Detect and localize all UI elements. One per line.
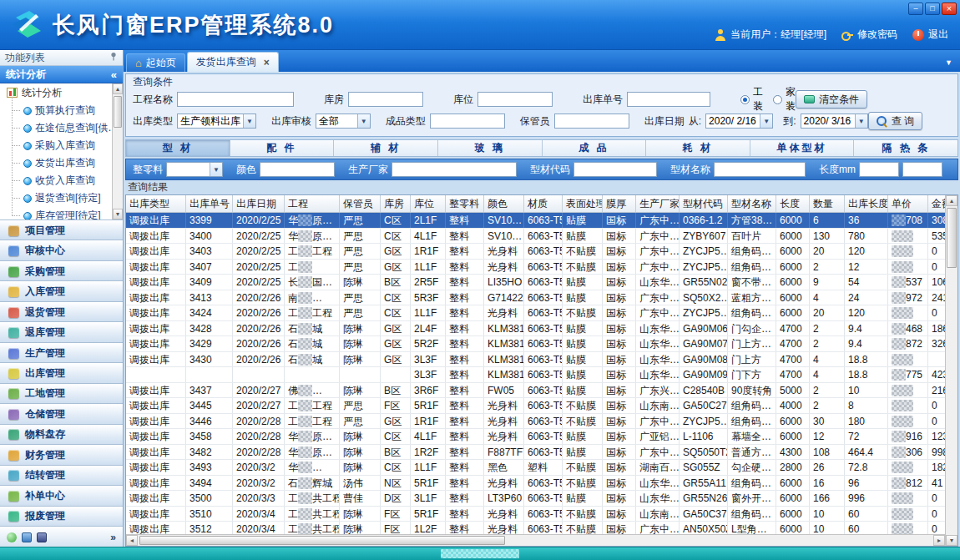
table-row[interactable]: 调拨出库34132020/2/26南▒▒…严思C区5R3F整料G71422606…	[126, 290, 945, 306]
length-to-input[interactable]	[902, 162, 942, 177]
column-header[interactable]: 单价	[888, 195, 928, 212]
tree-item[interactable]: 发货出库查询	[0, 154, 123, 172]
sidebar-item-13[interactable]: 结转管理	[0, 466, 123, 486]
table-row[interactable]: 调拨出库35002020/3/3工▒▒共工程曹佳D区3L1F整料LT3P6060…	[126, 491, 945, 507]
sidebar-item-5[interactable]: 退货管理	[0, 302, 123, 322]
color-input[interactable]	[260, 162, 335, 177]
tree-item[interactable]: 在途信息查询[供…	[0, 119, 123, 137]
material-tab-6[interactable]: 耗 材	[646, 140, 750, 156]
column-header[interactable]: 材质	[524, 195, 563, 212]
material-tab-8[interactable]: 隔 热 条	[854, 140, 957, 156]
length-from-input[interactable]	[859, 162, 899, 177]
radio-work-clothes[interactable]: 工装	[740, 85, 763, 114]
column-header[interactable]: 工程	[285, 195, 340, 212]
table-row[interactable]: 调拨出库34032020/2/25工▒▒工程严思G区1R1F整料光身料6063-…	[126, 244, 945, 260]
table-row[interactable]: 调拨出库34092020/2/25长▒▒国…陈琳B区2R5F整料LI35HO60…	[126, 275, 945, 290]
scroll-up-icon[interactable]: ▴	[113, 83, 123, 94]
table-row[interactable]: 调拨出库34242020/2/26工▒▒工程严思C区1L1F整料光身料6063-…	[126, 305, 945, 321]
column-header[interactable]: 颜色	[484, 195, 524, 212]
column-header[interactable]: 保管员	[340, 195, 381, 212]
material-tab-2[interactable]: 配 件	[230, 140, 335, 156]
column-header[interactable]: 生产厂家	[636, 195, 680, 212]
tab-close-icon[interactable]: ×	[264, 57, 270, 68]
warehouse-input[interactable]	[348, 92, 423, 107]
sidebar-item-14[interactable]: 补单中心	[0, 486, 123, 506]
tree-item[interactable]: 预算执行查询	[0, 102, 123, 119]
horizontal-scrollbar[interactable]: ◂ ▸	[126, 534, 945, 546]
material-tab-3[interactable]: 辅 材	[334, 140, 438, 156]
save-icon[interactable]	[37, 532, 47, 542]
column-header[interactable]: 出库长度	[845, 195, 888, 212]
table-row[interactable]: 调拨出库33992020/2/25华▒▒原…严思C区2L1F整料SV10…606…	[126, 213, 945, 229]
logout-link[interactable]: 退出	[912, 28, 948, 42]
table-row[interactable]: 调拨出库34002020/2/25华▒▒原…严思C区4L1F整料SV10…606…	[126, 229, 945, 245]
scroll-down-icon[interactable]: ▾	[946, 535, 957, 546]
product-type-input[interactable]	[430, 114, 505, 129]
change-password-link[interactable]: 修改密码	[841, 28, 897, 42]
tab-home[interactable]: ⌂ 起始页	[126, 53, 185, 72]
column-header[interactable]: 表面处理	[563, 195, 603, 212]
status-dot-icon[interactable]	[7, 532, 17, 542]
vertical-scrollbar[interactable]: ▴ ▾	[945, 195, 957, 546]
column-header[interactable]: 整零料	[446, 195, 484, 212]
table-row[interactable]: 调拨出库34942020/3/2石▒▒辉城汤伟N区5R1F整料光身料6063-T…	[126, 476, 945, 492]
table-row[interactable]: 调拨出库34292020/2/26石▒▒城陈琳G区5R2F整料KLM381760…	[126, 336, 945, 352]
project-name-input[interactable]	[177, 92, 294, 107]
table-row[interactable]: 调拨出库34822020/2/28华▒▒原…陈琳B区1R2F整料F887TFT6…	[126, 445, 945, 461]
table-row[interactable]: 调拨出库34582020/2/28华▒▒原…陈琳C区4L1F整料光身料6063-…	[126, 429, 945, 445]
radio-home-decor[interactable]: 家装	[773, 85, 796, 114]
tree-item[interactable]: 收货入库查询	[0, 172, 123, 189]
table-row[interactable]: 调拨出库34462020/2/28工▒▒工程严思G区1R1F整料光身料6063-…	[126, 414, 945, 430]
outbound-audit-select[interactable]: 全部 ▼	[316, 114, 371, 129]
tab-list-dropdown-icon[interactable]: ▼	[945, 58, 960, 72]
manufacturer-input[interactable]	[392, 162, 517, 177]
scrollbar-thumb[interactable]	[114, 96, 122, 128]
table-row[interactable]: 调拨出库34072020/2/25工▒▒严思G区1L1F整料光身料6063-T5…	[126, 260, 945, 275]
location-input[interactable]	[477, 92, 553, 107]
column-header[interactable]: 库房	[381, 195, 411, 212]
sidebar-item-9[interactable]: 工地管理	[0, 384, 123, 404]
tree-root[interactable]: 统计分析	[0, 83, 123, 102]
date-from-picker[interactable]: 2020/ 2/16 ▼	[705, 114, 773, 129]
column-header[interactable]: 型材代码	[680, 195, 728, 212]
table-row[interactable]: 调拨出库35102020/3/4工▒▒共工程陈琳F区5R1F整料光身料6063-…	[126, 507, 945, 522]
sidebar-item-15[interactable]: 报废管理	[0, 507, 123, 527]
column-header[interactable]: 库位	[411, 195, 446, 212]
column-header[interactable]: 出库类型	[126, 195, 186, 212]
column-header[interactable]: 金额	[928, 195, 945, 212]
collapse-icon[interactable]: «	[111, 68, 117, 81]
maximize-button[interactable]: □	[925, 3, 940, 15]
sidebar-item-6[interactable]: 退库管理	[0, 322, 123, 342]
table-row[interactable]: 调拨出库34452020/2/27工▒▒工程严思F区5R1F整料光身料6063-…	[126, 398, 945, 414]
table-row[interactable]: 调拨出库34372020/2/27佛▒▒…陈琳B区3R6F整料FW056063-…	[126, 383, 945, 399]
scrollbar-track[interactable]	[113, 94, 123, 209]
sidebar-item-4[interactable]: 入库管理	[0, 281, 123, 301]
material-tab-5[interactable]: 成 品	[543, 140, 647, 156]
date-to-picker[interactable]: 2020/ 3/16 ▼	[801, 114, 868, 129]
sidebar-item-12[interactable]: 财务管理	[0, 445, 123, 465]
table-row[interactable]: 调拨出库34282020/2/26石▒▒城陈琳G区2L4F整料KLM381760…	[126, 321, 945, 337]
column-header[interactable]: 膜厚	[603, 195, 636, 212]
scrollbar-thumb[interactable]	[139, 536, 505, 545]
chevron-right-icon[interactable]: »	[110, 532, 116, 543]
scroll-down-icon[interactable]: ▾	[113, 209, 123, 219]
tab-shipment-outbound-query[interactable]: 发货出库查询 ×	[187, 52, 279, 72]
outbound-order-input[interactable]	[627, 92, 710, 107]
profile-name-input[interactable]	[714, 162, 806, 177]
window-panel-icon[interactable]	[22, 532, 32, 542]
search-button[interactable]: 查 询	[868, 112, 922, 130]
table-row[interactable]: 调拨出库34302020/2/26石▒▒城陈琳G区3L3F整料KLM381760…	[126, 352, 945, 368]
scrollbar-track[interactable]	[138, 535, 933, 546]
material-tab-7[interactable]: 单体型材	[750, 140, 855, 156]
profile-code-input[interactable]	[573, 162, 657, 177]
minimize-button[interactable]: –	[908, 3, 923, 15]
sidebar-item-10[interactable]: 仓储管理	[0, 404, 123, 424]
scroll-up-icon[interactable]: ▴	[946, 195, 957, 206]
scroll-left-icon[interactable]: ◂	[126, 535, 138, 546]
column-header[interactable]: 长度	[776, 195, 810, 212]
sidebar-item-8[interactable]: 出库管理	[0, 363, 123, 383]
column-header[interactable]: 出库日期	[233, 195, 285, 212]
tree-scrollbar[interactable]: ▴ ▾	[112, 83, 123, 219]
material-tab-1[interactable]: 型 材	[126, 140, 230, 156]
sidebar-item-3[interactable]: 采购管理	[0, 261, 123, 281]
